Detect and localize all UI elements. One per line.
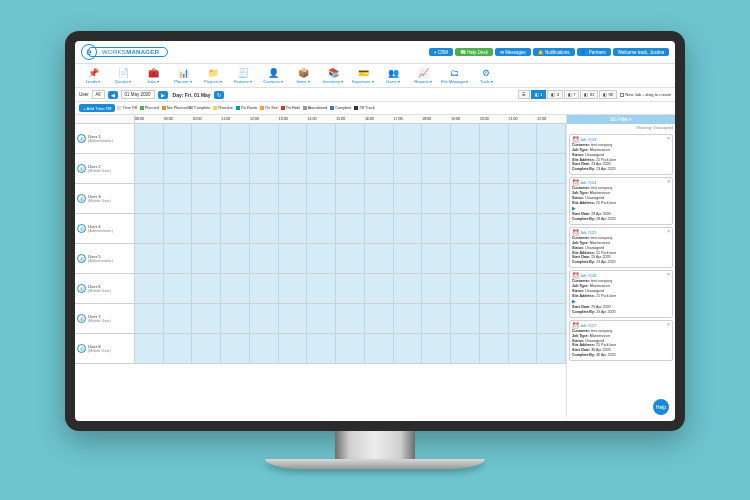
view-button[interactable]: ☰ <box>518 90 530 99</box>
time-cell[interactable] <box>307 154 336 183</box>
time-cell[interactable] <box>279 154 308 183</box>
time-cell[interactable] <box>537 334 566 363</box>
time-cell[interactable] <box>394 304 423 333</box>
nav-planner[interactable]: 📊Planner▾ <box>171 67 195 84</box>
time-cell[interactable] <box>394 214 423 243</box>
time-cell[interactable] <box>451 334 480 363</box>
time-cell[interactable] <box>192 334 221 363</box>
time-cell[interactable] <box>365 244 394 273</box>
nav-quotes[interactable]: 📄Quotes▾ <box>111 67 135 84</box>
nav-projects[interactable]: 📁Projects▾ <box>201 67 225 84</box>
time-cell[interactable] <box>336 244 365 273</box>
time-cell[interactable] <box>192 184 221 213</box>
user-timeline[interactable] <box>135 124 566 153</box>
time-cell[interactable] <box>365 184 394 213</box>
next-day-button[interactable]: ▶ <box>158 91 168 99</box>
time-cell[interactable] <box>135 124 164 153</box>
play-icon[interactable]: ▶ <box>572 205 576 211</box>
time-cell[interactable] <box>365 214 394 243</box>
time-cell[interactable] <box>537 124 566 153</box>
brand-logo[interactable]: e WORKSMANAGER <box>81 44 168 60</box>
time-cell[interactable] <box>537 184 566 213</box>
play-icon[interactable]: ▶ <box>572 298 576 304</box>
user-row[interactable]: ✆User 7(Mobile User) <box>75 304 566 334</box>
user-timeline[interactable] <box>135 244 566 273</box>
time-cell[interactable] <box>509 274 538 303</box>
view-button[interactable]: ◧ 7 <box>564 90 580 99</box>
time-cell[interactable] <box>480 154 509 183</box>
time-cell[interactable] <box>135 154 164 183</box>
time-cell[interactable] <box>422 244 451 273</box>
time-cell[interactable] <box>365 154 394 183</box>
nav-contacts[interactable]: 👤Contacts▾ <box>261 67 285 84</box>
time-cell[interactable] <box>537 214 566 243</box>
nav-leads[interactable]: 📌Leads▾ <box>81 67 105 84</box>
user-name-cell[interactable]: ✆User 3(Mobile User) <box>75 184 135 213</box>
time-cell[interactable] <box>509 184 538 213</box>
time-cell[interactable] <box>221 334 250 363</box>
time-cell[interactable] <box>336 154 365 183</box>
time-cell[interactable] <box>422 274 451 303</box>
time-cell[interactable] <box>250 274 279 303</box>
view-button[interactable]: ◧ 90 <box>599 90 617 99</box>
time-cell[interactable] <box>250 154 279 183</box>
time-cell[interactable] <box>279 124 308 153</box>
time-cell[interactable] <box>164 154 193 183</box>
time-cell[interactable] <box>509 304 538 333</box>
time-cell[interactable] <box>394 334 423 363</box>
user-row[interactable]: ✆User 2(Mobile User) <box>75 154 566 184</box>
time-cell[interactable] <box>164 124 193 153</box>
job-card[interactable]: ×⏰Job #127Customer: test companyJob Type… <box>569 320 673 361</box>
time-cell[interactable] <box>279 184 308 213</box>
time-cell[interactable] <box>250 304 279 333</box>
time-cell[interactable] <box>451 184 480 213</box>
new-job-drag-toggle[interactable]: New Job - drag to create <box>620 92 671 97</box>
user-timeline[interactable] <box>135 304 566 333</box>
time-cell[interactable] <box>480 214 509 243</box>
time-cell[interactable] <box>164 334 193 363</box>
nav-reports[interactable]: 📈Reports▾ <box>411 67 435 84</box>
time-cell[interactable] <box>192 154 221 183</box>
user-row[interactable]: ✆User 3(Mobile User) <box>75 184 566 214</box>
time-cell[interactable] <box>279 274 308 303</box>
time-cell[interactable] <box>192 274 221 303</box>
time-cell[interactable] <box>307 214 336 243</box>
time-cell[interactable] <box>394 244 423 273</box>
time-cell[interactable] <box>135 244 164 273</box>
time-cell[interactable] <box>221 304 250 333</box>
time-cell[interactable] <box>394 124 423 153</box>
time-cell[interactable] <box>336 304 365 333</box>
time-cell[interactable] <box>279 334 308 363</box>
user-row[interactable]: ✆User 5(Administrator) <box>75 244 566 274</box>
close-icon[interactable]: × <box>667 272 670 278</box>
job-card[interactable]: ×⏰Job #125Customer: test companyJob Type… <box>569 227 673 268</box>
user-timeline[interactable] <box>135 154 566 183</box>
time-cell[interactable] <box>307 334 336 363</box>
time-cell[interactable] <box>336 274 365 303</box>
user-row[interactable]: ✆User 1(Administrator) <box>75 124 566 154</box>
time-cell[interactable] <box>451 244 480 273</box>
time-cell[interactable] <box>365 304 394 333</box>
time-cell[interactable] <box>164 184 193 213</box>
time-cell[interactable] <box>480 334 509 363</box>
view-button[interactable]: ◧ 31 <box>580 90 598 99</box>
time-cell[interactable] <box>394 274 423 303</box>
job-card[interactable]: ×⏰Job #123Customer: test companyJob Type… <box>569 134 673 175</box>
user-name-cell[interactable]: ✆User 6(Mobile User) <box>75 274 135 303</box>
nav-finance[interactable]: 🧾Finance▾ <box>231 67 255 84</box>
job-card[interactable]: ×⏰Job #126Customer: test companyJob Type… <box>569 270 673 318</box>
prev-day-button[interactable]: ◀ <box>108 91 118 99</box>
time-cell[interactable] <box>164 304 193 333</box>
user-row[interactable]: ✆User 8(Mobile User) <box>75 334 566 364</box>
time-cell[interactable] <box>135 184 164 213</box>
time-cell[interactable] <box>336 334 365 363</box>
time-cell[interactable] <box>480 274 509 303</box>
user-name-cell[interactable]: ✆User 2(Mobile User) <box>75 154 135 183</box>
user-name-cell[interactable]: ✆User 7(Mobile User) <box>75 304 135 333</box>
user-timeline[interactable] <box>135 214 566 243</box>
time-cell[interactable] <box>336 184 365 213</box>
user-timeline[interactable] <box>135 334 566 363</box>
time-cell[interactable] <box>135 214 164 243</box>
time-cell[interactable] <box>451 274 480 303</box>
time-cell[interactable] <box>250 244 279 273</box>
